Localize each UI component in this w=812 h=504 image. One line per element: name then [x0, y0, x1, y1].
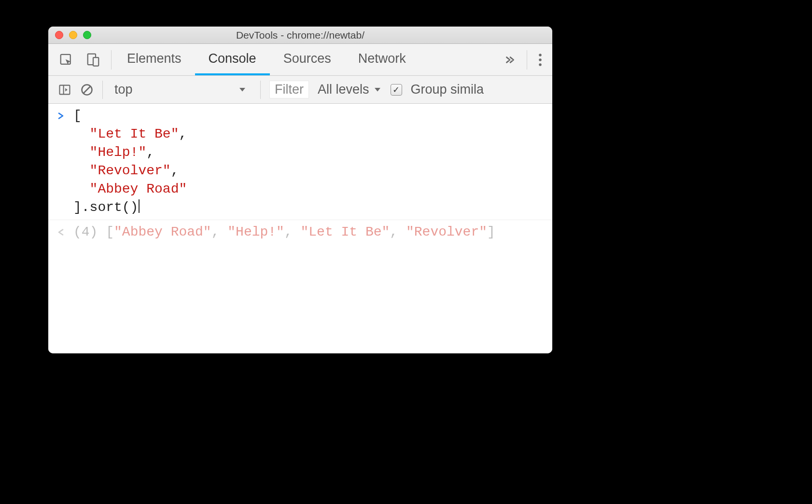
close-window-button[interactable] — [55, 31, 63, 39]
svg-rect-2 — [93, 57, 98, 66]
console-toolbar: top Filter All levels Group simila — [48, 76, 552, 104]
minimize-window-button[interactable] — [69, 31, 77, 39]
device-toolbar-icon[interactable] — [86, 53, 100, 67]
console-body: [ "Let It Be", "Help!", "Revolver", "Abb… — [48, 104, 552, 353]
svg-rect-6 — [60, 85, 70, 94]
panel-tabs: Elements Console Sources Network — [113, 44, 420, 75]
more-tabs-icon[interactable] — [504, 54, 516, 66]
tab-console[interactable]: Console — [195, 44, 270, 75]
result-chevron-icon — [57, 226, 65, 241]
inspect-element-icon[interactable] — [59, 53, 73, 67]
tab-network[interactable]: Network — [345, 44, 420, 75]
divider — [111, 50, 112, 70]
filter-placeholder: Filter — [275, 82, 304, 97]
filter-input[interactable]: Filter — [269, 81, 309, 98]
divider — [527, 50, 527, 70]
svg-point-5 — [539, 63, 542, 66]
chevron-down-icon — [373, 82, 382, 97]
tab-label: Console — [209, 51, 256, 66]
titlebar: DevTools - chrome://newtab/ — [48, 27, 552, 44]
tab-label: Elements — [127, 51, 182, 66]
console-eager-eval-row: (4) ["Abbey Road", "Help!", "Let It Be",… — [48, 220, 552, 246]
console-eager-eval-text: (4) ["Abbey Road", "Help!", "Let It Be",… — [73, 223, 552, 241]
traffic-lights — [55, 31, 91, 39]
clear-console-icon[interactable] — [80, 83, 94, 97]
levels-label: All levels — [318, 82, 369, 97]
context-label: top — [114, 82, 133, 97]
svg-point-4 — [539, 58, 542, 61]
prompt-chevron-icon — [57, 110, 65, 125]
svg-point-3 — [539, 54, 542, 56]
zoom-window-button[interactable] — [83, 31, 91, 39]
kebab-menu-icon[interactable] — [538, 53, 543, 67]
console-sidebar-toggle-icon[interactable] — [58, 83, 71, 97]
tab-label: Network — [358, 51, 406, 66]
execution-context-select[interactable]: top — [112, 82, 252, 97]
group-similar-checkbox[interactable] — [391, 84, 402, 96]
divider — [102, 81, 103, 99]
divider — [260, 81, 261, 99]
console-input-row[interactable]: [ "Let It Be", "Help!", "Revolver", "Abb… — [48, 104, 552, 220]
devtools-tabstrip: Elements Console Sources Network — [48, 44, 552, 76]
chevron-down-icon — [238, 82, 247, 97]
log-levels-select[interactable]: All levels — [318, 82, 382, 97]
svg-line-9 — [84, 86, 90, 93]
tab-elements[interactable]: Elements — [113, 44, 195, 75]
tab-sources[interactable]: Sources — [270, 44, 345, 75]
group-similar-label: Group simila — [411, 82, 484, 97]
console-input-code[interactable]: [ "Let It Be", "Help!", "Revolver", "Abb… — [73, 107, 552, 217]
window-title: DevTools - chrome://newtab/ — [48, 29, 552, 41]
devtools-window: DevTools - chrome://newtab/ Elements Con… — [48, 27, 552, 353]
tab-label: Sources — [283, 51, 331, 66]
